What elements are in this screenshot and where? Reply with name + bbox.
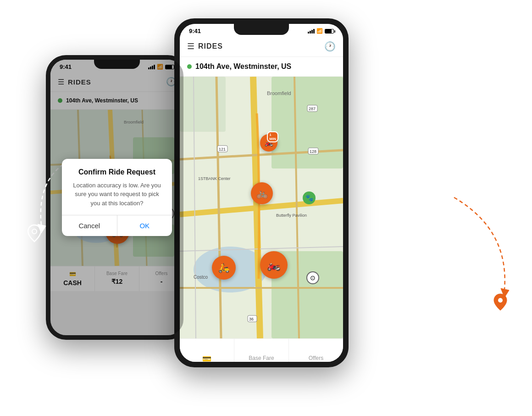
- svg-rect-21: [180, 77, 226, 132]
- f-signal-1: [308, 32, 309, 34]
- location-dot-front: [187, 64, 192, 69]
- svg-point-1: [32, 229, 37, 234]
- location-text-front: 104th Ave, Westminster, US: [195, 62, 291, 71]
- location-bar-front: 104th Ave, Westminster, US: [180, 57, 343, 77]
- svg-point-3: [498, 298, 503, 303]
- phone-back-frame: 9:41 📶 ☰ RIDES 🕐: [46, 55, 188, 340]
- svg-text:128: 128: [310, 149, 316, 154]
- map-marker-bike-front: 🚲: [251, 182, 273, 204]
- svg-text:1STBANK Center: 1STBANK Center: [198, 176, 231, 181]
- f-signal-3: [311, 30, 313, 34]
- svg-text:287: 287: [309, 107, 316, 111]
- clock-icon-front[interactable]: 🕐: [324, 41, 336, 52]
- butterfly-pavilion-pin: 🐾: [303, 191, 316, 204]
- base-fare-section-front: Base Fare ₹12: [234, 339, 289, 362]
- phone-back: 9:41 📶 ☰ RIDES 🕐: [46, 55, 188, 340]
- svg-text:Costco: Costco: [194, 275, 208, 280]
- offers-label-front: Offers: [309, 355, 323, 361]
- dialog-title: Confirm Ride Request: [69, 168, 165, 176]
- f-signal-2: [310, 31, 311, 34]
- menu-icon-front[interactable]: ☰: [187, 41, 194, 51]
- bottom-bar-front: 💳 CASH Base Fare ₹12 Offers -: [180, 338, 343, 362]
- svg-text:Broomfield: Broomfield: [267, 90, 291, 96]
- dialog-message: Location accuracy is low. Are you sure y…: [69, 181, 165, 208]
- wifi-icon-front: 📶: [316, 28, 323, 34]
- status-time-front: 9:41: [189, 28, 201, 34]
- phone-back-screen: 9:41 📶 ☰ RIDES 🕐: [50, 60, 183, 335]
- phone-front-frame: 9:41 📶 ☰ RIDES 🕐: [174, 18, 349, 367]
- header-left-front: ☰ RIDES: [187, 41, 223, 51]
- dialog-buttons: Cancel OK: [62, 215, 172, 236]
- dashed-arrow-right: [449, 193, 518, 305]
- map-area-front: Broomfield Costco Butterfly Pavilion 1ST…: [180, 77, 343, 338]
- map-marker-moto-front: 🏍️: [260, 251, 288, 279]
- status-icons-front: 📶: [308, 28, 334, 34]
- current-location-button[interactable]: ⊙: [306, 271, 319, 284]
- rides-title-front: RIDES: [198, 42, 223, 51]
- payment-section-front[interactable]: 💳 CASH: [180, 339, 234, 362]
- dialog-ok-button[interactable]: OK: [117, 215, 172, 236]
- base-fare-label-front: Base Fare: [249, 355, 274, 361]
- app-header-front: ☰ RIDES 🕐: [180, 36, 343, 57]
- dialog-box: Confirm Ride Request Location accuracy i…: [62, 159, 172, 236]
- offers-section-front: Offers -: [289, 339, 343, 362]
- dialog-content: Confirm Ride Request Location accuracy i…: [62, 159, 172, 215]
- phone-front-screen: 9:41 📶 ☰ RIDES 🕐: [180, 24, 343, 362]
- map-marker-delivery-front: 🛵: [212, 256, 236, 280]
- min-badge: 1MIN: [267, 131, 278, 142]
- pin-left-decoration: [27, 224, 42, 244]
- notch-front: [234, 24, 289, 35]
- battery-front: [325, 29, 334, 34]
- svg-text:Butterfly Pavilion: Butterfly Pavilion: [276, 213, 307, 218]
- map-marker-small-front: 🏍️ 1MIN: [260, 134, 277, 152]
- f-signal-4: [313, 29, 315, 34]
- svg-text:121: 121: [219, 147, 226, 152]
- cash-icon-front: 💳: [202, 354, 211, 362]
- pin-right-decoration: [493, 293, 508, 313]
- dialog-cancel-button[interactable]: Cancel: [62, 215, 117, 236]
- svg-text:36: 36: [249, 317, 254, 321]
- phone-front: 9:41 📶 ☰ RIDES 🕐: [174, 18, 349, 367]
- dialog-overlay: Confirm Ride Request Location accuracy i…: [50, 60, 183, 335]
- map-svg-front: Broomfield Costco Butterfly Pavilion 1ST…: [180, 77, 343, 338]
